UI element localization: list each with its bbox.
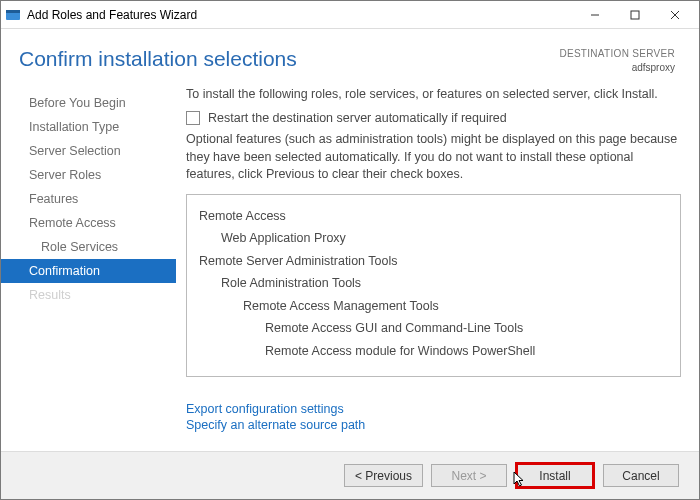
nav-installation-type[interactable]: Installation Type	[1, 115, 176, 139]
destination-label: DESTINATION SERVER	[559, 47, 675, 61]
restart-row: Restart the destination server automatic…	[186, 111, 681, 125]
nav-role-services[interactable]: Role Services	[1, 235, 176, 259]
export-config-link[interactable]: Export configuration settings	[186, 401, 681, 417]
page-title: Confirm installation selections	[19, 47, 559, 71]
next-button: Next >	[431, 464, 507, 487]
restart-checkbox[interactable]	[186, 111, 200, 125]
svg-rect-1	[6, 10, 20, 13]
feature-item: Role Administration Tools	[199, 272, 668, 295]
main-content: To install the following roles, role ser…	[176, 83, 699, 451]
header: Confirm installation selections DESTINAT…	[1, 29, 699, 78]
destination-name: adfsproxy	[559, 61, 675, 75]
sidebar: Before You Begin Installation Type Serve…	[1, 83, 176, 451]
wizard-icon	[5, 7, 21, 23]
alt-source-link[interactable]: Specify an alternate source path	[186, 417, 681, 433]
nav-results: Results	[1, 283, 176, 307]
svg-rect-3	[631, 11, 639, 19]
destination-info: DESTINATION SERVER adfsproxy	[559, 47, 675, 74]
feature-item: Remote Access Management Tools	[199, 295, 668, 318]
footer: < Previous Next > Install Cancel	[1, 451, 699, 499]
feature-item: Remote Access	[199, 205, 668, 228]
previous-button[interactable]: < Previous	[344, 464, 423, 487]
wizard-window: Add Roles and Features Wizard Confirm in…	[0, 0, 700, 500]
maximize-button[interactable]	[615, 1, 655, 29]
feature-item: Web Application Proxy	[199, 227, 668, 250]
feature-item: Remote Access GUI and Command-Line Tools	[199, 317, 668, 340]
feature-item: Remote Server Administration Tools	[199, 250, 668, 273]
instruction-text: To install the following roles, role ser…	[186, 87, 681, 101]
feature-item: Remote Access module for Windows PowerSh…	[199, 340, 668, 363]
nav-remote-access[interactable]: Remote Access	[1, 211, 176, 235]
nav-server-roles[interactable]: Server Roles	[1, 163, 176, 187]
nav-confirmation[interactable]: Confirmation	[1, 259, 176, 283]
minimize-button[interactable]	[575, 1, 615, 29]
links-block: Export configuration settings Specify an…	[186, 401, 681, 433]
nav-before-you-begin[interactable]: Before You Begin	[1, 91, 176, 115]
install-button[interactable]: Install	[515, 462, 595, 489]
nav-features[interactable]: Features	[1, 187, 176, 211]
window-title: Add Roles and Features Wizard	[27, 8, 575, 22]
nav-server-selection[interactable]: Server Selection	[1, 139, 176, 163]
restart-label: Restart the destination server automatic…	[208, 111, 507, 125]
optional-features-text: Optional features (such as administratio…	[186, 131, 681, 184]
feature-list: Remote Access Web Application Proxy Remo…	[186, 194, 681, 378]
close-button[interactable]	[655, 1, 695, 29]
titlebar: Add Roles and Features Wizard	[1, 1, 699, 29]
cancel-button[interactable]: Cancel	[603, 464, 679, 487]
